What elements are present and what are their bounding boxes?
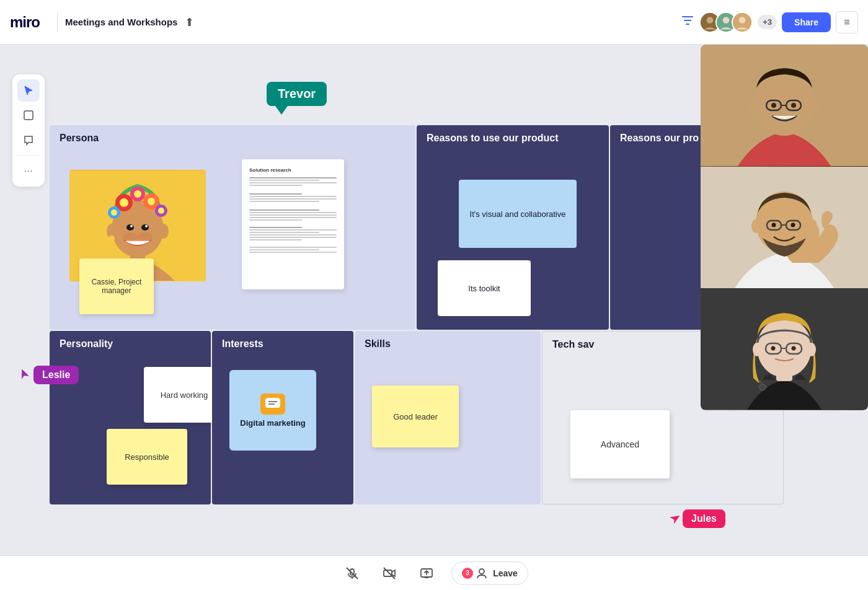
jules-cursor: Jules xyxy=(668,509,725,528)
more-tools[interactable]: ··· xyxy=(17,159,40,182)
doc-title: Solution research xyxy=(249,167,337,174)
share-screen-button[interactable] xyxy=(414,561,439,586)
toolbar-divider xyxy=(17,155,40,156)
video-tile-1 xyxy=(701,45,868,167)
svg-point-9 xyxy=(755,71,814,136)
svg-point-51 xyxy=(134,190,141,198)
svg-point-57 xyxy=(111,209,117,216)
avatar-3 xyxy=(732,12,753,33)
svg-point-3 xyxy=(723,17,730,24)
digital-marketing-card: Digital marketing xyxy=(229,370,316,451)
svg-point-15 xyxy=(750,99,760,114)
svg-point-16 xyxy=(809,99,819,114)
trevor-label: Trevor xyxy=(267,82,327,106)
interests-label: Interests xyxy=(212,331,353,357)
svg-rect-61 xyxy=(265,398,280,408)
trevor-arrow xyxy=(275,106,288,115)
good-leader-note: Good leader xyxy=(372,385,459,447)
avatar-group xyxy=(699,12,753,33)
svg-point-55 xyxy=(158,208,164,214)
responsible-note: Responsible xyxy=(107,429,187,485)
avatar-count-badge: +3 xyxy=(758,15,777,29)
svg-point-59 xyxy=(159,224,169,239)
svg-point-60 xyxy=(108,236,115,242)
svg-point-44 xyxy=(126,224,134,231)
header: miro Meetings and Workshops ⬆ xyxy=(0,0,868,45)
svg-point-47 xyxy=(145,225,148,227)
visual-collaborative-card: It's visual and collaborative xyxy=(459,180,577,248)
menu-icon[interactable]: ≡ xyxy=(836,11,858,33)
svg-point-53 xyxy=(148,198,155,205)
video-panel xyxy=(701,45,868,410)
left-toolbar: ··· xyxy=(12,74,45,187)
svg-point-34 xyxy=(792,346,796,351)
solution-research-doc: Solution research xyxy=(242,159,344,289)
persona-section-label: Persona xyxy=(50,125,415,151)
header-right: +3 Share ≡ xyxy=(681,11,858,33)
share-button[interactable]: Share xyxy=(782,12,831,32)
video-tile-3 xyxy=(701,288,868,410)
svg-point-45 xyxy=(141,224,149,231)
camera-off-button[interactable] xyxy=(377,561,402,586)
trevor-cursor: Trevor xyxy=(267,82,327,115)
participants-count: 3 xyxy=(462,568,473,579)
svg-point-33 xyxy=(771,346,776,351)
svg-point-24 xyxy=(791,222,795,227)
svg-point-36 xyxy=(807,343,816,356)
bottom-toolbar: 3 Leave xyxy=(0,555,868,590)
header-divider xyxy=(57,12,58,32)
video-tile-2 xyxy=(701,167,868,289)
its-toolkit-card: Its toolkit xyxy=(438,260,531,316)
leslie-label: Leslie xyxy=(33,366,79,384)
skills-label: Skills xyxy=(355,331,541,357)
board-title[interactable]: Meetings and Workshops xyxy=(65,17,177,27)
jules-label: Jules xyxy=(683,509,725,528)
svg-point-49 xyxy=(120,198,128,207)
svg-rect-6 xyxy=(24,111,33,120)
chat-icon xyxy=(260,394,285,415)
svg-point-35 xyxy=(753,343,761,356)
app-logo: miro xyxy=(10,14,40,31)
svg-line-67 xyxy=(384,568,395,579)
comment-tool[interactable] xyxy=(17,129,40,151)
upload-icon[interactable]: ⬆ xyxy=(185,15,194,29)
sticky-tool[interactable] xyxy=(17,104,40,126)
leslie-cursor: Leslie xyxy=(19,366,79,384)
advanced-note: Advanced xyxy=(570,410,670,478)
filter-icon[interactable] xyxy=(681,14,694,30)
svg-point-46 xyxy=(130,225,133,227)
personality-label: Personality xyxy=(50,331,211,357)
svg-point-26 xyxy=(808,219,817,233)
svg-point-25 xyxy=(751,219,760,233)
svg-point-14 xyxy=(791,103,796,108)
svg-point-5 xyxy=(739,17,746,24)
svg-point-37 xyxy=(760,384,766,390)
leave-button[interactable]: 3 Leave xyxy=(451,561,528,585)
reasons-section-label: Reasons to use our product xyxy=(417,125,609,151)
svg-point-70 xyxy=(479,569,484,574)
svg-point-23 xyxy=(772,222,776,227)
svg-point-13 xyxy=(771,103,776,108)
cursor-tool[interactable] xyxy=(17,79,40,102)
svg-point-1 xyxy=(707,17,714,24)
cassie-note: Cassie, Project manager xyxy=(79,258,154,314)
canvas[interactable]: Trevor Persona xyxy=(0,45,868,590)
mic-off-button[interactable] xyxy=(340,561,365,586)
